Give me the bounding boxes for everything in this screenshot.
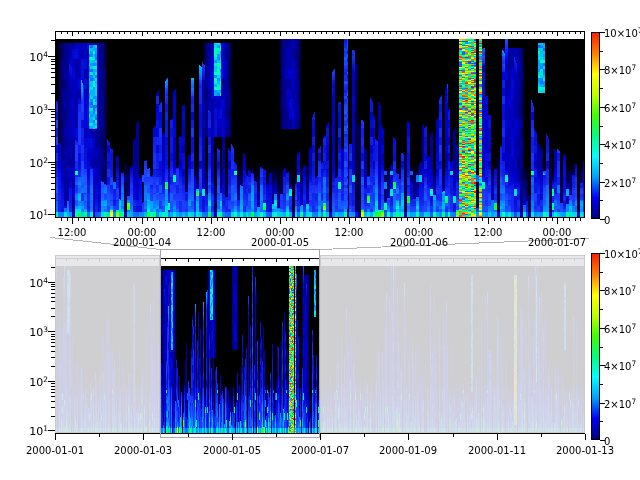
tick-mantissa: 10 (29, 104, 43, 117)
tick-exponent: 4 (43, 50, 48, 59)
x-tick-date-label: 2000-01-01 (26, 445, 84, 456)
zoom-connector-right (321, 239, 590, 250)
y-tick-label: 103 (29, 102, 48, 117)
tick-mantissa: 4×10 (604, 140, 631, 151)
tick-exponent: 7 (631, 359, 636, 368)
x-tick-time-label: 12:00 (474, 227, 503, 238)
x-tick-date-label: 2000-01-05 (251, 237, 309, 248)
y-tick-label: 102 (29, 374, 48, 389)
zoom-selection-box[interactable] (160, 249, 320, 438)
x-tick-time-label: 00:00 (266, 227, 295, 238)
colorbar-tick-label: 2×107 (604, 175, 636, 189)
tick-exponent: 1 (43, 208, 48, 217)
tick-mantissa: 8×10 (604, 65, 631, 76)
colorbar-tick-label: 10×107 (604, 25, 640, 39)
tick-mantissa: 10 (29, 157, 43, 170)
colorbar-tick-label: 10×107 (604, 246, 640, 260)
x-tick-time-label: 12:00 (197, 227, 226, 238)
colorbar-tick-label: 0 (604, 212, 610, 226)
tick-mantissa: 2×10 (604, 399, 631, 410)
tick-mantissa: 0 (604, 436, 610, 447)
x-tick-date-label: 2000-01-04 (113, 237, 171, 248)
tick-mantissa: 10 (29, 326, 43, 339)
x-tick-time-label: 00:00 (128, 227, 157, 238)
spectrogram-plot-window: 12:0000:002000-01-0412:0000:002000-01-05… (0, 0, 640, 480)
x-tick-date-label: 2000-01-07 (528, 237, 586, 248)
tick-exponent: 7 (631, 63, 636, 72)
tick-exponent: 2 (43, 375, 48, 384)
y-tick-label: 101 (29, 423, 48, 438)
tick-exponent: 7 (631, 397, 636, 406)
zoom-spectrogram-canvas[interactable] (55, 31, 585, 218)
tick-mantissa: 6×10 (604, 103, 631, 114)
tick-exponent: 7 (631, 138, 636, 147)
zoom-panel-colorbar[interactable] (591, 32, 600, 219)
tick-exponent: 7 (631, 101, 636, 110)
tick-mantissa: 8×10 (604, 286, 631, 297)
colorbar-tick-label: 0 (604, 433, 610, 447)
colorbar-tick-label: 6×107 (604, 321, 636, 335)
tick-mantissa: 10×10 (604, 249, 638, 260)
context-panel-colorbar[interactable] (591, 253, 600, 440)
colorbar-tick-label: 2×107 (604, 396, 636, 410)
x-tick-time-label: 12:00 (58, 227, 87, 238)
tick-exponent: 1 (43, 424, 48, 433)
tick-exponent: 4 (43, 276, 48, 285)
x-tick-time-label: 00:00 (543, 227, 572, 238)
colorbar-tick-label: 4×107 (604, 358, 636, 372)
colorbar-tick-label: 6×107 (604, 100, 636, 114)
zoom-connector-left (51, 238, 161, 250)
tick-mantissa: 2×10 (604, 178, 631, 189)
x-tick-date-label: 2000-01-06 (390, 237, 448, 248)
colorbar-tick-label: 8×107 (604, 283, 636, 297)
colorbar-tick-label: 8×107 (604, 62, 636, 76)
colorbar-tick-label: 4×107 (604, 137, 636, 151)
x-tick-date-label: 2000-01-13 (556, 445, 614, 456)
tick-mantissa: 10 (29, 376, 43, 389)
tick-exponent: 7 (631, 176, 636, 185)
tick-exponent: 3 (43, 325, 48, 334)
tick-mantissa: 10 (29, 51, 43, 64)
x-tick-time-label: 12:00 (335, 227, 364, 238)
tick-mantissa: 10 (29, 425, 43, 438)
y-tick-label: 104 (29, 49, 48, 64)
tick-mantissa: 6×10 (604, 324, 631, 335)
context-overlay-right[interactable] (320, 255, 585, 433)
y-tick-label: 104 (29, 275, 48, 290)
tick-mantissa: 10 (29, 209, 43, 222)
x-tick-time-label: 00:00 (405, 227, 434, 238)
x-tick-date-label: 2000-01-09 (379, 445, 437, 456)
y-tick-label: 102 (29, 155, 48, 170)
y-tick-label: 101 (29, 207, 48, 222)
x-tick-date-label: 2000-01-07 (291, 445, 349, 456)
y-tick-label: 103 (29, 324, 48, 339)
tick-exponent: 2 (43, 156, 48, 165)
tick-mantissa: 10 (29, 277, 43, 290)
x-tick-date-label: 2000-01-11 (468, 445, 526, 456)
tick-exponent: 7 (631, 284, 636, 293)
tick-mantissa: 10×10 (604, 28, 638, 39)
context-overlay-left[interactable] (55, 255, 160, 433)
x-tick-date-label: 2000-01-05 (203, 445, 261, 456)
tick-mantissa: 4×10 (604, 361, 631, 372)
tick-exponent: 7 (631, 322, 636, 331)
tick-exponent: 3 (43, 103, 48, 112)
tick-mantissa: 0 (604, 215, 610, 226)
x-tick-date-label: 2000-01-03 (114, 445, 172, 456)
